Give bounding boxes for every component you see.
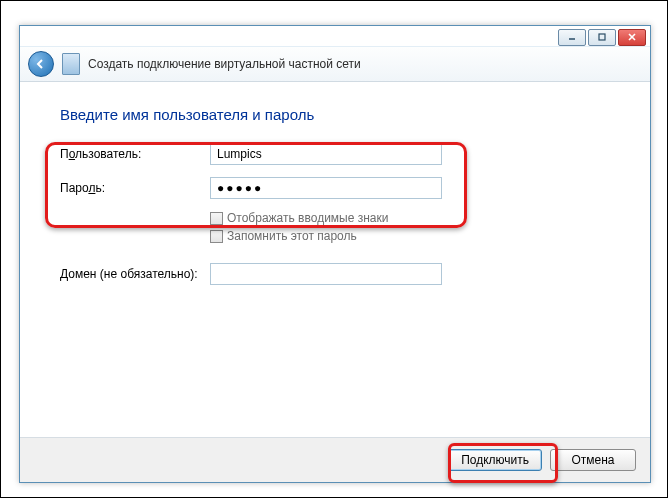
domain-input[interactable] — [210, 263, 442, 285]
username-label: Пользователь: — [60, 147, 210, 161]
screenshot-frame: Создать подключение виртуальной частной … — [0, 0, 668, 498]
remember-password-row: Запомнить этот пароль — [210, 229, 610, 243]
cancel-button[interactable]: Отмена — [550, 449, 636, 471]
content-area: Введите имя пользователя и пароль Пользо… — [20, 82, 650, 437]
page-heading: Введите имя пользователя и пароль — [60, 106, 610, 123]
wizard-title: Создать подключение виртуальной частной … — [88, 57, 361, 71]
wizard-window: Создать подключение виртуальной частной … — [19, 25, 651, 483]
username-row: Пользователь: — [60, 143, 610, 165]
back-arrow-icon — [34, 57, 48, 71]
domain-row: Домен (не обязательно): — [60, 263, 610, 285]
close-icon — [627, 32, 637, 42]
wizard-icon — [62, 53, 80, 75]
wizard-header: Создать подключение виртуальной частной … — [20, 46, 650, 82]
show-characters-row: Отображать вводимые знаки — [210, 211, 610, 225]
minimize-icon — [567, 32, 577, 42]
connect-button[interactable]: Подключить — [448, 449, 542, 471]
password-label: Пароль: — [60, 181, 210, 195]
username-input[interactable] — [210, 143, 442, 165]
password-row: Пароль: ●●●●● — [60, 177, 610, 199]
minimize-button[interactable] — [558, 29, 586, 46]
password-input[interactable]: ●●●●● — [210, 177, 442, 199]
remember-password-checkbox[interactable] — [210, 230, 223, 243]
svg-rect-1 — [599, 34, 605, 40]
show-characters-label: Отображать вводимые знаки — [227, 211, 388, 225]
back-button[interactable] — [28, 51, 54, 77]
footer: Подключить Отмена — [20, 437, 650, 482]
remember-password-label: Запомнить этот пароль — [227, 229, 357, 243]
window-controls — [20, 26, 650, 46]
domain-label: Домен (не обязательно): — [60, 267, 210, 281]
show-characters-checkbox[interactable] — [210, 212, 223, 225]
maximize-button[interactable] — [588, 29, 616, 46]
close-button[interactable] — [618, 29, 646, 46]
maximize-icon — [597, 32, 607, 42]
